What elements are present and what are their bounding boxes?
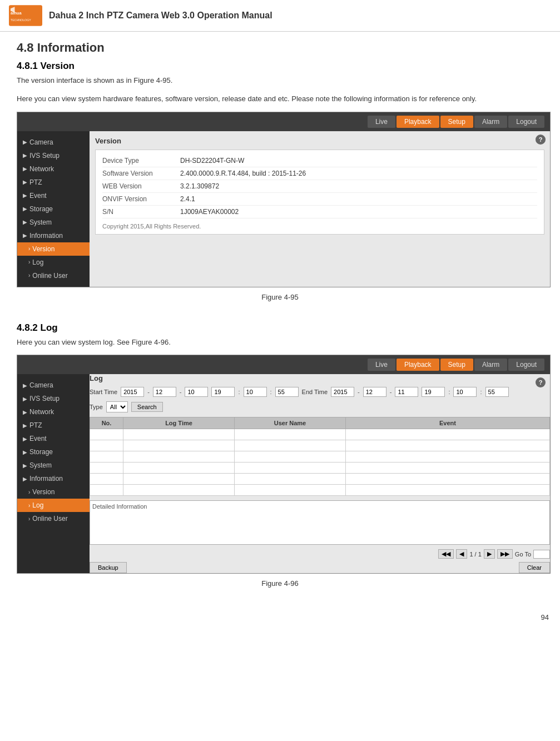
goto-label: Go To [515,551,531,558]
arrow-icon: ▶ [23,476,27,482]
end-h-input[interactable] [422,387,445,397]
last-page-btn[interactable]: ▶▶ [497,549,513,559]
figure-96-caption: Figure 4-96 [17,579,543,588]
log-type-controls: Type All Search [90,401,550,412]
goto-input[interactable] [533,550,550,559]
sidebar-version-1[interactable]: › Version [17,242,90,256]
sidebar-information-2[interactable]: ▶ Information [17,472,90,485]
log-controls: Start Time - - : : End Time - - [90,387,550,397]
version-label-devicetype: Device Type [102,157,180,165]
arrow-icon: ▶ [23,152,27,158]
sidebar-gt-icon: › [28,246,30,252]
sidebar-gt-icon: › [28,489,30,495]
log-pagination: ◀◀ ◀ 1 / 1 ▶ ▶▶ Go To [90,549,550,559]
help-icon-2[interactable]: ? [536,377,546,387]
start-m-input[interactable] [244,387,267,397]
end-time-label: End Time [302,389,328,395]
section-481-title: 4.8.1 Version [17,61,543,72]
start-day-input[interactable] [185,387,208,397]
sidebar-ivs-1[interactable]: ▶ IVS Setup [17,149,90,162]
sidebar-camera-2[interactable]: ▶ Camera [17,379,90,392]
log-table: No. Log Time User Name Event [90,417,550,496]
backup-button[interactable]: Backup [90,562,127,573]
sidebar-online-user-2[interactable]: › Online User [17,512,90,525]
section-482-desc1: Here you can view system log. See Figure… [17,337,543,349]
start-month-input[interactable] [153,387,176,397]
end-day-input[interactable] [395,387,418,397]
end-s-input[interactable] [485,387,509,397]
arrow-icon: ▶ [23,166,27,172]
arrow-icon: ▶ [23,422,27,429]
sidebar-storage-2[interactable]: ▶ Storage [17,445,90,459]
version-copyright: Copyright 2015,All Rights Reserved. [102,223,537,230]
sep6: - [390,389,392,395]
section-481-desc2: Here you can view system hardware featur… [17,93,543,105]
sidebar-version-2[interactable]: › Version [17,485,90,499]
sidebar-event-2[interactable]: ▶ Event [17,432,90,445]
nav-playback-2[interactable]: Playback [397,359,439,371]
search-button[interactable]: Search [131,402,163,412]
first-page-btn[interactable]: ◀◀ [438,549,454,559]
col-no-header: No. [90,417,123,429]
pagination-info: 1 / 1 [469,551,481,558]
type-select[interactable]: All [106,401,128,412]
sidebar-log-2[interactable]: › Log [17,499,90,512]
nav-alarm-1[interactable]: Alarm [474,116,507,128]
col-event-header: Event [346,417,550,429]
sep7: : [448,389,450,395]
version-label-onvif: ONVIF Version [102,195,180,203]
end-m-input[interactable] [453,387,477,397]
sidebar-storage-1[interactable]: ▶ Storage [17,202,90,216]
section-481-desc1: The version interface is shown as in Fig… [17,75,543,87]
nav-playback-1[interactable]: Playback [397,116,439,128]
clear-button[interactable]: Clear [519,562,550,573]
table-row [90,474,550,485]
sidebar-event-1[interactable]: ▶ Event [17,189,90,202]
prev-page-btn[interactable]: ◀ [456,549,467,559]
sidebar-camera-1[interactable]: ▶ Camera [17,136,90,149]
start-year-input[interactable] [121,387,144,397]
sidebar-ptz-2[interactable]: ▶ PTZ [17,419,90,432]
sidebar-system-2[interactable]: ▶ System [17,459,90,472]
help-icon-1[interactable]: ? [536,135,546,145]
start-s-input[interactable] [275,387,299,397]
sidebar-information-1[interactable]: ▶ Information [17,229,90,242]
nav-logout-1[interactable]: Logout [508,116,544,128]
start-h-input[interactable] [211,387,235,397]
doc-header: alhua TECHNOLOGY Dahua 2 Inch PTZ Camera… [0,0,560,32]
table-row [90,440,550,451]
sep3: : [238,389,240,395]
nav-live-1[interactable]: Live [368,116,395,128]
end-month-input[interactable] [363,387,386,397]
arrow-icon: ▶ [23,232,27,238]
sidebar-network-1[interactable]: ▶ Network [17,162,90,176]
type-label: Type [90,404,103,410]
sidebar-ivs-2[interactable]: ▶ IVS Setup [17,392,90,405]
sidebar-network-2[interactable]: ▶ Network [17,405,90,419]
sidebar-system-1[interactable]: ▶ System [17,216,90,229]
sidebar-log-1[interactable]: › Log [17,256,90,269]
version-value-devicetype: DH-SD22204T-GN-W [180,157,244,165]
next-page-btn[interactable]: ▶ [484,549,495,559]
nav-setup-1[interactable]: Setup [440,116,473,128]
table-row [90,485,550,496]
version-label-software: Software Version [102,170,180,177]
version-value-software: 2.400.0000.9.R.T4.484, build : 2015-11-2… [180,170,306,177]
arrow-icon: ▶ [23,409,27,415]
nav-setup-2[interactable]: Setup [440,359,473,371]
end-year-input[interactable] [331,387,354,397]
cam-body-2: ▶ Camera ▶ IVS Setup ▶ Network ▶ PTZ ▶ [17,374,550,573]
cam-sidebar-2: ▶ Camera ▶ IVS Setup ▶ Network ▶ PTZ ▶ [17,374,90,573]
nav-logout-2[interactable]: Logout [508,359,544,371]
sidebar-ptz-1[interactable]: ▶ PTZ [17,176,90,189]
cam-sidebar-1: ▶ Camera ▶ IVS Setup ▶ Network ▶ PTZ ▶ [17,131,90,287]
sidebar-online-user-1[interactable]: › Online User [17,269,90,282]
start-time-label: Start Time [90,389,117,395]
dahua-logo: alhua TECHNOLOGY [9,4,42,27]
nav-alarm-2[interactable]: Alarm [474,359,507,371]
col-time-header: Log Time [123,417,235,429]
arrow-icon: ▶ [23,219,27,225]
version-panel-title: Version [95,137,544,145]
nav-live-2[interactable]: Live [368,359,395,371]
arrow-icon: ▶ [23,192,27,198]
